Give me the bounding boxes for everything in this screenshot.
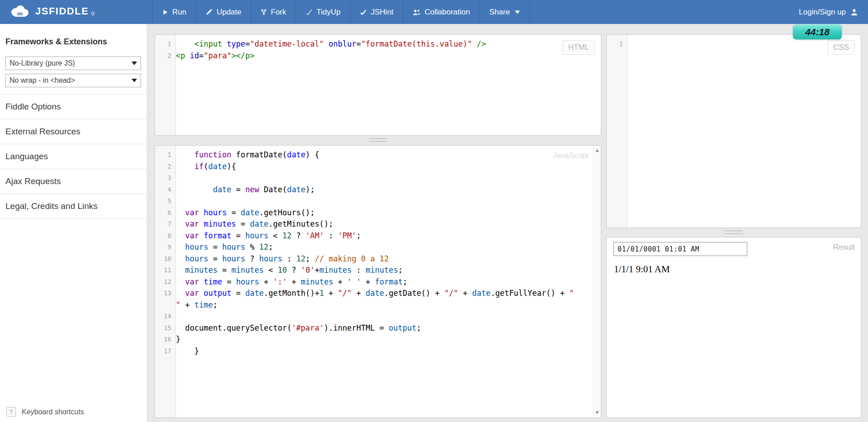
nav-menu: RunUpdateForkTidyUpJSHintCollaborationSh…	[152, 0, 530, 24]
dropdown-arrow-icon	[132, 79, 137, 82]
library-select[interactable]: No-Library (pure JS)	[5, 57, 141, 70]
logo-text: JSFIDDLE	[35, 5, 89, 17]
line-number: 10	[155, 253, 176, 265]
chevron-down-icon	[515, 10, 520, 14]
javascript-editor-panel: 1 function formatDate(date) {2 if(date){…	[155, 145, 601, 418]
html-editor[interactable]: 1 <input type="datetime-local" onblur="f…	[155, 35, 601, 135]
wrap-select[interactable]: No wrap - in <head>	[5, 74, 141, 87]
sidebar-item-languages[interactable]: Languages	[0, 144, 146, 169]
nav-button-label: JSHint	[371, 8, 393, 17]
sidebar-item-legal-credits[interactable]: Legal, Credits and Links	[0, 194, 146, 219]
user-icon	[850, 9, 858, 16]
nav-button-share[interactable]: Share	[480, 0, 530, 24]
nav-button-jshint[interactable]: JSHint	[350, 0, 403, 24]
line-number: 1	[155, 149, 176, 161]
line-number: 6	[155, 207, 176, 219]
jsfiddle-logo[interactable]: ∞ JSFIDDLE α	[9, 4, 94, 19]
sidebar-item-ajax-requests[interactable]: Ajax Requests	[0, 169, 146, 194]
html-panel-label: HTML	[562, 40, 595, 55]
cloud-infinity-logo-icon: ∞	[9, 4, 30, 19]
line-number	[155, 299, 176, 311]
line-number: 15	[155, 322, 176, 334]
code-line: 15 document.querySelector('#para').inner…	[155, 322, 593, 334]
svg-text:∞: ∞	[17, 9, 23, 18]
login-signup-button[interactable]: Login/Sign up	[799, 0, 858, 24]
line-number: 3	[155, 172, 176, 184]
keyboard-shortcuts-link[interactable]: Keyboard shortcuts	[22, 408, 84, 416]
tidy-check-icon	[306, 9, 312, 15]
scroll-down-arrow-icon[interactable]	[595, 411, 599, 414]
login-signup-label: Login/Sign up	[799, 8, 846, 17]
sidebar-item-fiddle-options[interactable]: Fiddle Options	[0, 95, 146, 119]
code-line: 1	[607, 38, 861, 50]
result-panel: Result 1/1/1 9:01 AM	[606, 237, 861, 418]
line-number: 17	[155, 346, 176, 357]
horizontal-splitter-left[interactable]	[369, 138, 387, 142]
css-editor-panel: 1 CSS	[606, 34, 861, 228]
nav-button-collaboration[interactable]: Collaboration	[403, 0, 479, 24]
code-line: 1 <input type="datetime-local" onblur="f…	[155, 38, 601, 50]
line-number: 4	[155, 184, 176, 196]
bold-check-icon	[360, 9, 367, 15]
library-select-value: No-Library (pure JS)	[6, 59, 75, 67]
result-output-text: 1/1/1 9:01 AM	[614, 264, 670, 275]
play-icon	[162, 9, 168, 15]
nav-button-label: TidyUp	[316, 8, 340, 17]
line-number: 16	[155, 334, 176, 346]
code-line: 6 var hours = date.getHours();	[155, 207, 593, 219]
wrap-select-value: No wrap - in <head>	[6, 76, 75, 85]
css-panel-label: CSS	[827, 40, 855, 55]
sidebar-heading: Frameworks & Extensions	[5, 37, 146, 47]
line-number: 2	[155, 50, 176, 62]
scroll-up-arrow-icon[interactable]	[595, 149, 599, 152]
code-line: 3	[155, 172, 593, 184]
code-line: 11 minutes = minutes < 10 ? '0'+minutes …	[155, 265, 593, 276]
line-number: 2	[155, 161, 176, 173]
alpha-badge: α	[91, 9, 94, 17]
code-line: 16}	[155, 334, 593, 346]
result-panel-label: Result	[833, 243, 855, 252]
pencil-icon	[206, 9, 212, 15]
nav-button-label: Fork	[271, 8, 286, 17]
line-number: 5	[155, 195, 176, 207]
code-line: 17 }	[155, 346, 593, 357]
line-number: 11	[155, 265, 176, 276]
code-line: 10 hours = hours ? hours : 12; // making…	[155, 253, 593, 265]
nav-button-tidyup[interactable]: TidyUp	[296, 0, 350, 24]
nav-button-label: Collaboration	[425, 8, 470, 17]
code-line: 13 var output = date.getMonth()+1 + "/" …	[155, 288, 593, 299]
line-number: 12	[155, 276, 176, 288]
code-line: 12 var time = hours + ':' + minutes + ' …	[155, 276, 593, 288]
help-icon[interactable]: ?	[6, 407, 16, 417]
css-editor[interactable]: 1	[607, 35, 861, 228]
code-line: " + time;	[155, 299, 593, 311]
line-number: 7	[155, 218, 176, 230]
html-editor-panel: 1 <input type="datetime-local" onblur="f…	[155, 34, 601, 136]
line-number-gutter	[607, 35, 627, 228]
js-editor-scrollbar[interactable]	[593, 146, 601, 417]
code-line: 2 if(date){	[155, 161, 593, 173]
javascript-panel-label: JavaScript	[553, 151, 589, 160]
nav-button-update[interactable]: Update	[196, 0, 251, 24]
sidebar-item-external-resources[interactable]: External Resources	[0, 119, 146, 144]
time-spent-badge: 44:18	[793, 24, 842, 39]
nav-button-fork[interactable]: Fork	[251, 0, 296, 24]
code-line: 8 var format = hours < 12 ? 'AM' : 'PM';	[155, 230, 593, 242]
navbar: ∞ JSFIDDLE α RunUpdateForkTidyUpJSHintCo…	[0, 0, 868, 24]
sidebar: Frameworks & Extensions No-Library (pure…	[0, 24, 146, 422]
keyboard-shortcuts-row: ? Keyboard shortcuts	[6, 407, 84, 417]
horizontal-splitter-right[interactable]	[725, 231, 743, 234]
javascript-editor[interactable]: 1 function formatDate(date) {2 if(date){…	[155, 146, 601, 417]
datetime-input[interactable]	[613, 242, 747, 256]
line-number: 1	[155, 38, 176, 50]
line-number: 1	[607, 38, 627, 50]
code-line: 4 date = new Date(date);	[155, 184, 593, 196]
line-number: 9	[155, 242, 176, 253]
fork-icon	[261, 9, 267, 15]
code-line: 14	[155, 311, 593, 322]
line-number: 14	[155, 311, 176, 322]
nav-button-label: Run	[172, 8, 186, 17]
code-line: 9 hours = hours % 12;	[155, 242, 593, 253]
code-line: 1 function formatDate(date) {	[155, 149, 593, 161]
nav-button-run[interactable]: Run	[152, 0, 196, 24]
